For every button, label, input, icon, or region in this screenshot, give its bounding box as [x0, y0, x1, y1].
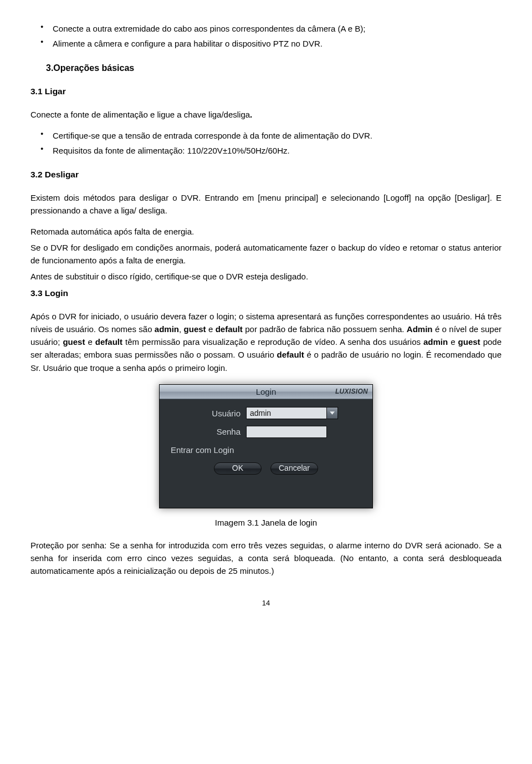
big-period: .: [250, 110, 252, 119]
text: por padrão de fabrica não possuem senha.: [243, 324, 407, 334]
section-3-2-p1: Existem dois métodos para desligar o DVR…: [30, 191, 502, 217]
login-dialog-figure: Login LUXISION Usuário admin Senha Entra…: [30, 384, 502, 508]
text-bold: admin: [155, 324, 179, 334]
user-label: Usuário: [170, 407, 246, 420]
section-3-1-intro: Conecte a fonte de alimentação e ligue a…: [30, 108, 502, 121]
text-bold: guest: [63, 337, 85, 347]
extra-row: Entrar com Login: [170, 444, 362, 456]
list-item: Certifique-se que a tensão de entrada co…: [40, 129, 502, 142]
login-dialog: Login LUXISION Usuário admin Senha Entra…: [159, 384, 373, 508]
intro-bullets: Conecte a outra extremidade do cabo aos …: [40, 22, 502, 50]
chevron-down-icon[interactable]: [326, 408, 337, 419]
password-protection: Proteção por senha: Se a senha for intro…: [30, 539, 502, 578]
text: ,: [179, 324, 184, 334]
text-bold: default: [277, 350, 304, 359]
user-row: Usuário admin: [170, 407, 362, 420]
text-bold: guest: [184, 324, 206, 334]
login-mode-label: Entrar com Login: [170, 444, 239, 456]
resume-title: Retomada automática após falta de energi…: [30, 225, 502, 238]
figure-caption: Imagem 3.1 Janela de login: [30, 516, 502, 529]
section-3-3-heading: 3.3 Login: [30, 287, 502, 300]
login-body: Usuário admin Senha Entrar com Login OK …: [160, 399, 372, 508]
hdd-note: Antes de substituir o disco rígido, cert…: [30, 270, 502, 283]
password-row: Senha: [170, 425, 362, 438]
user-select[interactable]: admin: [246, 407, 338, 419]
section-3-heading: 3.Operações básicas: [46, 62, 502, 75]
section-3-1-heading: 3.1 Ligar: [30, 85, 502, 98]
cancel-button[interactable]: Cancelar: [270, 462, 318, 475]
text-bold: admin: [423, 337, 448, 347]
list-item: Requisitos da fonte de alimentação: 110/…: [40, 144, 502, 157]
list-item: Alimente a câmera e configure a para hab…: [40, 37, 502, 50]
text-bold: Admin: [407, 324, 433, 334]
text-bold: guest: [458, 337, 480, 347]
ok-button[interactable]: OK: [214, 462, 262, 475]
login-titlebar: Login LUXISION: [160, 385, 372, 399]
section-3-2-heading: 3.2 Desligar: [30, 168, 502, 181]
page-number: 14: [30, 598, 502, 609]
password-input[interactable]: [246, 426, 327, 438]
resume-body: Se o DVR for desligado em condições anor…: [30, 241, 502, 267]
list-item: Conecte a outra extremidade do cabo aos …: [40, 22, 502, 35]
text-bold: default: [95, 337, 122, 347]
section-3-3-p1: Após o DVR for iniciado, o usuário dever…: [30, 310, 502, 374]
text: Conecte a fonte de alimentação e ligue a…: [30, 110, 250, 119]
brand-logo: LUXISION: [335, 386, 368, 397]
text: e: [448, 337, 458, 347]
text-bold: default: [216, 324, 243, 334]
login-buttons: OK Cancelar: [170, 462, 362, 475]
text: têm permissão para visualização e reprod…: [122, 337, 423, 347]
section-3-1-bullets: Certifique-se que a tensão de entrada co…: [40, 129, 502, 157]
text: e: [206, 324, 216, 334]
user-select-value: admin: [247, 408, 326, 420]
password-label: Senha: [170, 425, 246, 438]
text: e: [85, 337, 95, 347]
